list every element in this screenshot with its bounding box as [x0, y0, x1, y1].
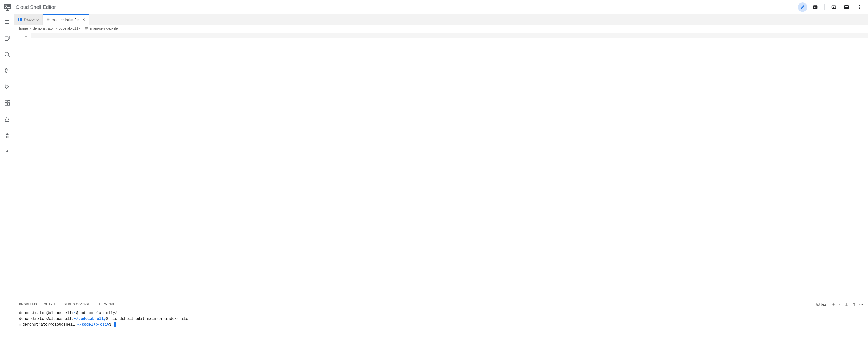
- preview-button[interactable]: [829, 2, 838, 12]
- svg-rect-28: [5, 103, 7, 105]
- editor-tabbar: Welcome main-or-index-file ✕: [14, 14, 868, 25]
- line-number-gutter: 1: [14, 32, 31, 299]
- svg-rect-9: [845, 7, 849, 8]
- tab-file[interactable]: main-or-index-file ✕: [42, 14, 89, 25]
- header-right: [798, 2, 864, 12]
- terminal-cursor: [114, 322, 116, 327]
- test-icon[interactable]: [2, 114, 12, 124]
- svg-marker-37: [5, 133, 7, 135]
- ai-assist-icon[interactable]: [2, 147, 12, 156]
- term-user: demonstrator@cloudshell: [19, 317, 72, 321]
- new-terminal-button[interactable]: [832, 303, 835, 306]
- panel-tab-problems[interactable]: PROBLEMS: [19, 301, 37, 308]
- term-user: demonstrator@cloudshell: [19, 311, 72, 315]
- explorer-icon[interactable]: [2, 33, 12, 43]
- terminal-output[interactable]: demonstrator@cloudshell:~$ cd codelab-o1…: [14, 308, 868, 331]
- chevron-right-icon: ›: [30, 26, 31, 30]
- svg-line-19: [8, 55, 9, 56]
- svg-rect-30: [8, 100, 10, 103]
- close-tab-icon[interactable]: ✕: [82, 18, 85, 22]
- svg-point-22: [8, 70, 9, 71]
- term-user: demonstrator@cloudshell: [22, 322, 75, 327]
- panel-tab-debug-console[interactable]: DEBUG CONSOLE: [64, 301, 92, 308]
- chevron-right-icon: ›: [82, 26, 83, 30]
- breadcrumb-user[interactable]: demonstrator: [33, 26, 54, 30]
- panel-more-button[interactable]: [859, 302, 863, 307]
- svg-rect-17: [5, 37, 8, 40]
- svg-point-18: [5, 52, 8, 56]
- tab-welcome-label: Welcome: [24, 18, 38, 22]
- panel-tab-terminal[interactable]: TERMINAL: [98, 301, 115, 308]
- breadcrumb-folder[interactable]: codelab-o11y: [59, 26, 80, 30]
- open-window-button[interactable]: [842, 2, 851, 12]
- breadcrumb-file[interactable]: main-or-index-file: [90, 26, 118, 30]
- line-number: 1: [14, 33, 27, 38]
- svg-rect-52: [853, 304, 855, 306]
- terminal-dropdown-button[interactable]: [838, 303, 841, 306]
- svg-point-20: [5, 68, 6, 69]
- kill-terminal-button[interactable]: [852, 303, 856, 306]
- tab-welcome[interactable]: Welcome: [14, 14, 42, 25]
- svg-rect-3: [6, 10, 9, 11]
- run-debug-icon[interactable]: [2, 82, 12, 91]
- svg-rect-40: [20, 18, 22, 21]
- svg-point-7: [833, 6, 834, 8]
- term-cmd: cd codelab-o11y/: [81, 311, 117, 315]
- status-dot-icon: [19, 324, 21, 325]
- code-editor[interactable]: 1: [14, 32, 868, 299]
- svg-rect-4: [813, 5, 817, 8]
- svg-rect-29: [7, 103, 9, 105]
- svg-point-56: [861, 304, 862, 305]
- cloud-code-icon[interactable]: [2, 131, 12, 140]
- open-terminal-button[interactable]: [811, 2, 820, 12]
- breadcrumb: home › demonstrator › codelab-o11y › mai…: [14, 25, 868, 32]
- tab-file-label: main-or-index-file: [52, 18, 79, 22]
- welcome-tab-icon: [18, 18, 22, 22]
- terminal-profile-label: bash: [821, 303, 829, 306]
- panel-actions: bash: [816, 302, 863, 307]
- term-path: ~: [74, 311, 76, 315]
- svg-rect-47: [816, 303, 819, 305]
- activity-bar: [0, 14, 14, 342]
- svg-rect-39: [18, 18, 19, 21]
- bottom-panel: PROBLEMS OUTPUT DEBUG CONSOLE TERMINAL b…: [14, 299, 868, 342]
- term-path: ~/codelab-o11y: [77, 322, 109, 327]
- svg-point-12: [859, 8, 860, 9]
- svg-point-55: [860, 304, 860, 305]
- split-terminal-button[interactable]: [845, 303, 848, 306]
- panel-tabbar: PROBLEMS OUTPUT DEBUG CONSOLE TERMINAL b…: [14, 300, 868, 308]
- svg-rect-0: [4, 4, 11, 9]
- file-tab-icon: [46, 18, 50, 21]
- source-control-icon[interactable]: [2, 66, 12, 75]
- code-area[interactable]: [31, 32, 868, 299]
- cloud-shell-logo: [4, 3, 12, 11]
- menu-icon[interactable]: [2, 17, 12, 27]
- file-icon: [85, 27, 88, 30]
- svg-point-24: [5, 87, 6, 89]
- svg-point-57: [862, 304, 863, 305]
- terminal-profile[interactable]: bash: [816, 303, 829, 306]
- svg-point-11: [859, 7, 860, 7]
- svg-point-21: [5, 72, 6, 73]
- search-icon[interactable]: [2, 50, 12, 59]
- svg-rect-2: [7, 9, 8, 10]
- header-left: Cloud Shell Editor: [4, 3, 56, 11]
- term-path: ~/codelab-o11y: [74, 317, 106, 321]
- svg-point-10: [859, 5, 860, 6]
- term-cmd: cloudshell edit main-or-index-file: [111, 317, 188, 321]
- svg-rect-27: [5, 101, 7, 103]
- app-header: Cloud Shell Editor: [0, 0, 868, 14]
- extensions-icon[interactable]: [2, 98, 12, 108]
- open-editor-button[interactable]: [798, 2, 807, 12]
- chevron-right-icon: ›: [56, 26, 57, 30]
- breadcrumb-home[interactable]: home: [19, 26, 28, 30]
- main-area: Welcome main-or-index-file ✕ home › demo…: [14, 14, 868, 342]
- more-menu-button[interactable]: [855, 2, 864, 12]
- code-line[interactable]: [31, 33, 868, 38]
- app-title: Cloud Shell Editor: [16, 4, 56, 10]
- svg-marker-38: [7, 133, 9, 135]
- panel-tab-output[interactable]: OUTPUT: [43, 301, 57, 308]
